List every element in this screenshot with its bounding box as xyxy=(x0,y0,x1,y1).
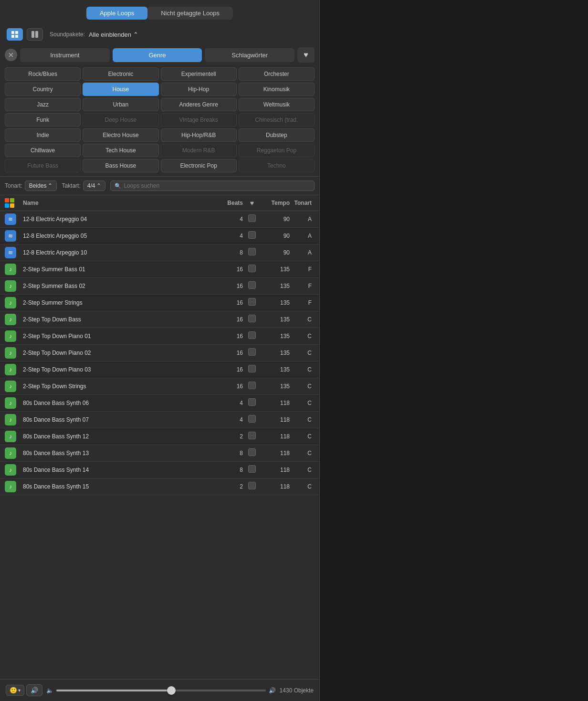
filter-bar: Tonart: Beides ⌃ Taktart: 4/4 ⌃ 🔍 xyxy=(0,176,319,195)
tag-btn-funk[interactable]: Funk xyxy=(5,113,81,127)
table-row[interactable]: ♪ 2-Step Top Down Piano 01 16 135 C xyxy=(0,328,319,345)
soundpakete-select[interactable]: Alle einblenden ⌃ xyxy=(89,31,138,38)
fav-checkbox[interactable] xyxy=(248,415,256,423)
row-fav xyxy=(243,432,261,441)
row-name: 2-Step Top Down Bass xyxy=(23,316,217,323)
tag-btn-chillwave[interactable]: Chillwave xyxy=(5,144,81,157)
tag-btn-dubstep[interactable]: Dubstep xyxy=(239,128,315,142)
tonart-label: Tonart: xyxy=(5,182,22,189)
tab-nicht-getaggte[interactable]: Nicht getaggte Loops xyxy=(147,7,233,20)
fav-checkbox[interactable] xyxy=(248,265,256,272)
tag-btn-tech-house[interactable]: Tech House xyxy=(83,144,158,157)
table-row[interactable]: ≋ 12-8 Electric Arpeggio 05 4 90 A xyxy=(0,228,319,244)
tag-btn-future-bass[interactable]: Future Bass xyxy=(5,159,81,172)
fav-checkbox[interactable] xyxy=(248,398,256,406)
table-row[interactable]: ≋ 12-8 Electric Arpeggio 10 8 90 A xyxy=(0,244,319,261)
tag-btn-anderes-genre[interactable]: Anderes Genre xyxy=(161,98,237,111)
tag-btn-experimentell[interactable]: Experimentell xyxy=(161,67,237,81)
table-row[interactable]: ♪ 80s Dance Bass Synth 12 2 118 C xyxy=(0,428,319,445)
row-name: 80s Dance Bass Synth 06 xyxy=(23,400,217,406)
row-fav xyxy=(243,348,261,358)
tag-btn-modern-r-b[interactable]: Modern R&B xyxy=(161,144,237,157)
list-view-button[interactable] xyxy=(27,28,43,41)
tag-btn-kinomusik[interactable]: Kinomusik xyxy=(239,83,315,96)
row-icon: ♪ xyxy=(5,481,23,492)
tag-btn-hip-hop-r-b[interactable]: Hip-Hop/R&B xyxy=(161,128,237,142)
taktart-select[interactable]: 4/4 ⌃ xyxy=(83,181,106,191)
table-row[interactable]: ♪ 80s Dance Bass Synth 14 8 118 C xyxy=(0,462,319,478)
search-input[interactable] xyxy=(124,182,310,189)
favorites-heart-button[interactable]: ♥ xyxy=(297,47,315,63)
table-row[interactable]: ♪ 2-Step Summer Bass 01 16 135 F xyxy=(0,261,319,278)
emoji-button[interactable]: 🙂 ▾ xyxy=(6,685,24,696)
row-tempo: 135 xyxy=(261,266,290,273)
row-fav xyxy=(243,465,261,475)
tag-btn-chinesisch--trad-[interactable]: Chinesisch (trad. xyxy=(239,113,315,127)
fav-checkbox[interactable] xyxy=(248,348,256,356)
table-row[interactable]: ♪ 2-Step Summer Strings 16 135 F xyxy=(0,295,319,311)
fav-checkbox[interactable] xyxy=(248,281,256,289)
table-row[interactable]: ♪ 2-Step Summer Bass 02 16 135 F xyxy=(0,278,319,295)
table-row[interactable]: ♪ 2-Step Top Down Piano 03 16 135 C xyxy=(0,361,319,378)
table-row[interactable]: ≋ 12-8 Electric Arpeggio 04 4 90 A xyxy=(0,211,319,228)
volume-track[interactable] xyxy=(56,690,266,691)
schlagwoerter-button[interactable]: Schlagwörter xyxy=(205,48,294,62)
tag-btn-indie[interactable]: Indie xyxy=(5,128,81,142)
genre-controls: Instrument Genre Schlagwörter ♥ xyxy=(0,44,319,65)
tab-apple-loops[interactable]: Apple Loops xyxy=(86,7,147,20)
row-name: 2-Step Summer Bass 02 xyxy=(23,283,217,289)
row-key: C xyxy=(290,383,315,390)
tag-btn-reggaeton-pop[interactable]: Reggaeton Pop xyxy=(239,144,315,157)
table-row[interactable]: ♪ 80s Dance Bass Synth 06 4 118 C xyxy=(0,395,319,412)
tag-btn-electronic[interactable]: Electronic xyxy=(83,67,158,81)
genre-button[interactable]: Genre xyxy=(113,48,202,62)
table-row[interactable]: ♪ 80s Dance Bass Synth 15 2 118 C xyxy=(0,478,319,495)
fav-checkbox[interactable] xyxy=(248,298,256,306)
tag-btn-rock-blues[interactable]: Rock/Blues xyxy=(5,67,81,81)
tag-btn-jazz[interactable]: Jazz xyxy=(5,98,81,111)
fav-checkbox[interactable] xyxy=(248,331,256,339)
table-row[interactable]: ♪ 80s Dance Bass Synth 07 4 118 C xyxy=(0,412,319,428)
close-button[interactable] xyxy=(5,49,17,61)
tag-btn-country[interactable]: Country xyxy=(5,83,81,96)
tag-btn-hip-hop[interactable]: Hip-Hop xyxy=(161,83,237,96)
tag-btn-bass-house[interactable]: Bass House xyxy=(83,159,158,172)
tag-btn-techno[interactable]: Techno xyxy=(239,159,315,172)
fav-checkbox[interactable] xyxy=(248,231,256,239)
volume-thumb[interactable] xyxy=(167,686,176,695)
grid-view-button[interactable] xyxy=(7,28,23,41)
tag-btn-urban[interactable]: Urban xyxy=(83,98,158,111)
speaker-button[interactable]: 🔊 xyxy=(26,684,42,696)
row-tempo: 118 xyxy=(261,467,290,473)
bottom-bar: 🙂 ▾ 🔊 🔈 🔊 1430 Objekte xyxy=(0,679,319,701)
row-fav xyxy=(243,365,261,374)
fav-checkbox[interactable] xyxy=(248,382,256,389)
tag-btn-house[interactable]: House xyxy=(83,83,158,96)
instrument-button[interactable]: Instrument xyxy=(20,48,110,62)
tag-btn-electronic-pop[interactable]: Electronic Pop xyxy=(161,159,237,172)
tag-btn-electro-house[interactable]: Electro House xyxy=(83,128,158,142)
fav-checkbox[interactable] xyxy=(248,214,256,222)
fav-checkbox[interactable] xyxy=(248,432,256,439)
row-beats: 16 xyxy=(217,299,243,306)
table-row[interactable]: ♪ 2-Step Top Down Piano 02 16 135 C xyxy=(0,345,319,361)
tonart-select[interactable]: Beides ⌃ xyxy=(25,181,57,191)
tonart-group: Tonart: Beides ⌃ xyxy=(5,181,57,191)
table-row[interactable]: ♪ 2-Step Top Down Bass 16 135 C xyxy=(0,311,319,328)
fav-checkbox[interactable] xyxy=(248,448,256,456)
table-row[interactable]: ♪ 2-Step Top Down Strings 16 135 C xyxy=(0,378,319,395)
row-key: C xyxy=(290,450,315,457)
tag-btn-vintage-breaks[interactable]: Vintage Breaks xyxy=(161,113,237,127)
row-key: A xyxy=(290,216,315,223)
tag-btn-orchester[interactable]: Orchester xyxy=(239,67,315,81)
fav-checkbox[interactable] xyxy=(248,482,256,489)
tag-btn-weltmusik[interactable]: Weltmusik xyxy=(239,98,315,111)
fav-checkbox[interactable] xyxy=(248,365,256,372)
fav-checkbox[interactable] xyxy=(248,465,256,473)
tag-btn-deep-house[interactable]: Deep House xyxy=(83,113,158,127)
table-row[interactable]: ♪ 80s Dance Bass Synth 13 8 118 C xyxy=(0,445,319,462)
tab-bar: Apple Loops Nicht getaggte Loops xyxy=(0,0,319,24)
fav-checkbox[interactable] xyxy=(248,248,256,255)
fav-checkbox[interactable] xyxy=(248,315,256,322)
row-tempo: 135 xyxy=(261,283,290,289)
